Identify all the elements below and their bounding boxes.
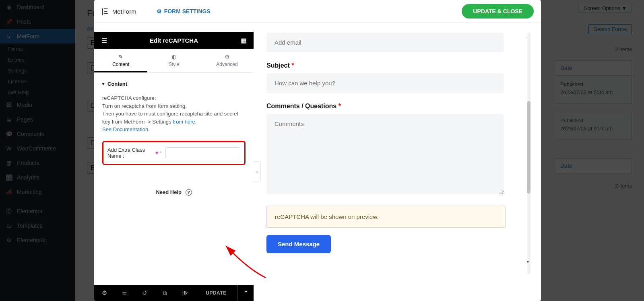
caret-down-icon: ▾ xyxy=(102,82,104,86)
tab-style[interactable]: ◐ Style xyxy=(147,49,200,72)
subject-label: Subject * xyxy=(266,62,521,69)
section-toggle-content[interactable]: ▾ Content xyxy=(102,81,246,87)
eye-icon: 👁 xyxy=(182,290,188,297)
tab-label: Advanced xyxy=(216,62,237,67)
form-settings-link[interactable]: ⚙ FORM SETTINGS xyxy=(157,8,211,14)
modal-brand: |Ξ MetForm xyxy=(101,7,136,16)
footer-history-button[interactable]: ↺ xyxy=(134,285,155,301)
email-input[interactable] xyxy=(266,33,504,52)
footer-caret-button[interactable]: ⌃ xyxy=(237,285,254,301)
email-field-wrapper xyxy=(266,33,521,52)
scrollbar-thumb[interactable] xyxy=(527,101,530,194)
footer-update-button[interactable]: UPDATE xyxy=(195,290,237,296)
metform-logo-icon: |Ξ xyxy=(101,7,108,16)
send-message-button[interactable]: Send Message xyxy=(266,235,331,253)
tab-content[interactable]: ✎ Content xyxy=(94,49,147,72)
tab-label: Content xyxy=(112,62,129,67)
ai-sparkle-icon[interactable]: ✦⁺ xyxy=(155,150,162,156)
extra-class-input[interactable] xyxy=(165,147,240,158)
gear-icon: ⚙ xyxy=(225,54,230,60)
chevron-up-icon: ⌃ xyxy=(243,289,248,297)
grid-icon: ▦ xyxy=(241,37,247,44)
footer-settings-button[interactable]: ⚙ xyxy=(94,285,114,301)
section-label: Content xyxy=(107,81,127,87)
panel-title: Edit reCAPTCHA xyxy=(114,37,233,44)
layers-icon: ≣ xyxy=(122,289,127,297)
devices-icon: ⧉ xyxy=(163,289,167,297)
panel-widgets-button[interactable]: ▦ xyxy=(233,37,254,44)
extra-class-field-highlight: Add Extra Class Name : ✦⁺ xyxy=(102,141,246,165)
elementor-tabs: ✎ Content ◐ Style ⚙ Advanced xyxy=(94,49,254,73)
footer-navigator-button[interactable]: ≣ xyxy=(114,285,134,301)
pencil-icon: ✎ xyxy=(118,54,123,60)
extra-class-label: Add Extra Class Name : xyxy=(107,147,152,159)
metform-modal: |Ξ MetForm ⚙ FORM SETTINGS UPDATE & CLOS… xyxy=(94,0,541,301)
tab-advanced[interactable]: ⚙ Advanced xyxy=(200,49,254,72)
history-icon: ↺ xyxy=(142,289,147,297)
modal-header: |Ξ MetForm ⚙ FORM SETTINGS UPDATE & CLOS… xyxy=(94,0,541,23)
elementor-panel: ☰ Edit reCAPTCHA ▦ ✎ Content ◐ Style ⚙ A… xyxy=(94,23,254,301)
tab-label: Style xyxy=(169,62,180,67)
from-here-link[interactable]: from here. xyxy=(173,119,196,125)
preview-scrollbar[interactable] xyxy=(527,33,530,274)
comments-textarea[interactable] xyxy=(266,114,504,194)
scroll-down-arrow[interactable]: ▼ xyxy=(526,260,530,264)
see-documentation-link[interactable]: See Documentation. xyxy=(102,126,150,132)
comments-field-wrapper: Comments / Questions * xyxy=(266,103,521,196)
recaptcha-preview-notice: reCAPTCHA will be shown on preview. xyxy=(266,206,506,228)
style-icon: ◐ xyxy=(171,54,176,60)
comments-label: Comments / Questions * xyxy=(266,103,521,110)
modal-body: ☰ Edit reCAPTCHA ▦ ✎ Content ◐ Style ⚙ A… xyxy=(94,23,541,301)
hamburger-icon: ☰ xyxy=(101,37,107,44)
recaptcha-config-text: reCAPTCHA configure: Turn on recaptcha f… xyxy=(102,94,246,134)
panel-menu-button[interactable]: ☰ xyxy=(94,37,114,44)
form-settings-label: FORM SETTINGS xyxy=(164,8,211,14)
footer-preview-button[interactable]: 👁 xyxy=(175,285,195,301)
subject-field-wrapper: Subject * xyxy=(266,62,521,93)
elementor-footer: ⚙ ≣ ↺ ⧉ 👁 UPDATE ⌃ xyxy=(94,285,254,301)
need-help-link[interactable]: Need Help ? xyxy=(102,189,246,196)
subject-input[interactable] xyxy=(266,73,504,93)
panel-content: ▾ Content reCAPTCHA configure: Turn on r… xyxy=(94,73,254,285)
elementor-panel-header: ☰ Edit reCAPTCHA ▦ xyxy=(94,32,254,49)
help-icon: ? xyxy=(186,189,192,196)
gear-icon: ⚙ xyxy=(157,8,162,14)
update-close-button[interactable]: UPDATE & CLOSE xyxy=(462,4,534,19)
brand-label: MetForm xyxy=(112,8,136,15)
gear-icon: ⚙ xyxy=(102,289,107,297)
footer-responsive-button[interactable]: ⧉ xyxy=(155,285,175,301)
form-preview: Subject * Comments / Questions * reCAPTC… xyxy=(254,23,541,301)
